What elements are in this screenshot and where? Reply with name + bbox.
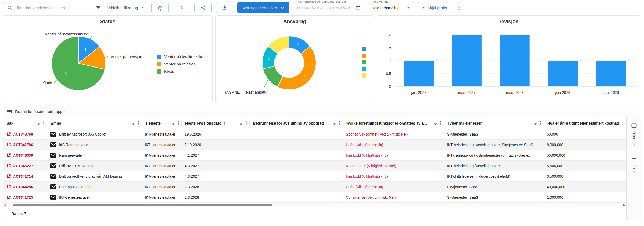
triangle-down-icon (422, 7, 425, 9)
refresh-button[interactable] (151, 2, 169, 13)
scrollbar-thumb[interactable] (13, 204, 272, 206)
column-header-sak[interactable]: Sak (3, 117, 47, 129)
legend-swatch (157, 62, 161, 66)
table-row[interactable]: ACT341714Drift og vedlikehold av vår IAM… (3, 171, 626, 182)
view-select-label: Velg visning (371, 0, 390, 3)
status-chart-title: Status (3, 19, 212, 24)
kebab-icon[interactable] (246, 121, 247, 125)
envelope-icon (50, 142, 56, 147)
case-link[interactable]: ACT341725 (13, 195, 33, 199)
tab-kolonner[interactable]: Kolonner (631, 123, 637, 146)
cell-tjeneste: IKT-tjenesteavtaler (142, 129, 181, 139)
download-button[interactable] (216, 2, 233, 13)
table-row[interactable]: ACT341725IKT-tjenesteavtalerIKT-tjeneste… (3, 192, 626, 203)
cell-emne: Rammeavtale (47, 150, 142, 160)
cell-sak: ACT344286 (3, 182, 47, 192)
row-group-dropzone[interactable]: Dra hit for å sette radgrupper (3, 106, 641, 117)
table-row[interactable]: ACT345227Drift av ITSM løsningIKT-tjenes… (3, 161, 626, 171)
search-filter-group[interactable]: Umiddelbar filtrering (3, 2, 147, 13)
case-link[interactable]: ACT345227 (13, 164, 33, 168)
more-options-button[interactable] (456, 3, 462, 12)
legend-item[interactable]: Kladd (157, 69, 208, 74)
legend-item[interactable] (362, 73, 369, 78)
svg-text:2: 2 (389, 33, 391, 37)
hide-charts-button[interactable]: Skjul grafer (418, 2, 452, 13)
legend-item[interactable] (362, 67, 369, 71)
table-row[interactable]: ACT341786IdS RammeavtaleIKT-tjenesteavta… (3, 140, 626, 150)
status-legend: Venter på kvalitetssikringVenter på revi… (157, 54, 208, 76)
cell-typer-ikt: Skytjenester: SaaS (444, 129, 544, 139)
share-button[interactable] (194, 2, 212, 13)
svg-text:1: 1 (297, 42, 299, 46)
column-header-tjeneste[interactable]: Tjeneste (142, 117, 181, 129)
view-select[interactable]: Velg visning Saksbehandling (368, 2, 413, 13)
cell-arlig-utgift: 5,606,000 (544, 161, 626, 171)
kebab-icon[interactable] (43, 121, 44, 125)
chevron-down-icon (140, 7, 143, 9)
cell-emne: IdS Rammeavtale (47, 140, 142, 150)
external-link-icon (7, 132, 11, 136)
ansvarlig-legend (362, 47, 369, 80)
cell-sak: ACT341786 (3, 140, 47, 150)
case-link[interactable]: ACT341714 (13, 174, 33, 178)
case-link[interactable]: ACT343768 (13, 132, 33, 136)
column-header-emne[interactable]: Emne (47, 117, 142, 129)
legend-swatch (157, 55, 161, 59)
legend-item[interactable] (362, 47, 369, 51)
search-input[interactable] (15, 6, 94, 10)
filter-icon[interactable] (37, 121, 41, 125)
filter-icon[interactable] (333, 121, 336, 125)
filter-icon[interactable] (131, 121, 135, 125)
column-header-begrunnelse[interactable]: Begrunnelse for avslutning av oppdrag (249, 117, 343, 129)
scroll-left-arrow-icon[interactable] (4, 204, 6, 207)
kebab-icon[interactable] (540, 121, 541, 125)
table-row[interactable]: ACT348339RammeavtaleIKT-tjenesteavtaler4… (3, 150, 626, 161)
filter-icon[interactable] (239, 121, 243, 125)
cell-sak: ACT345227 (3, 161, 47, 171)
scroll-right-arrow-icon[interactable] (623, 204, 625, 207)
revisjon-bar-chart: 00.511.52jan. 2027mars 2027mars 2028juni… (379, 25, 640, 101)
column-header-forretningsfunksjoner[interactable]: Hvilke forretningsfunksjoner omfattes av… (343, 117, 444, 129)
view-select-value: Saksbehandling (372, 6, 405, 10)
legend-item[interactable] (362, 54, 369, 58)
case-link[interactable]: ACT348339 (13, 153, 33, 157)
pie-callout-revisjon: Venter på revisjon (111, 54, 142, 59)
calendar-icon[interactable] (356, 5, 361, 10)
cell-arlig-utgift: 50,000 (544, 129, 626, 139)
svg-text:1: 1 (268, 56, 270, 60)
table-row[interactable]: ACT343768Drift av Microsoft 365 CopilotI… (3, 129, 626, 140)
case-link[interactable]: ACT344286 (13, 185, 33, 189)
svg-text:1: 1 (389, 59, 391, 63)
cell-begrunnelse (249, 161, 343, 171)
table-header: Sak Emne Tjeneste Neste revisjonsdato ↑ … (3, 117, 626, 129)
filter-icon[interactable] (434, 121, 438, 125)
legend-item[interactable]: Venter på kvalitetssikring (157, 54, 208, 59)
legend-item[interactable]: Venter på revisjon (157, 62, 208, 66)
horizontal-scrollbar[interactable] (3, 203, 626, 207)
filter-icon[interactable] (533, 121, 537, 125)
column-header-typer-ikt[interactable]: Typer IKT-tjenester (444, 117, 544, 129)
search-icon (7, 5, 12, 10)
date-range-input[interactable] (297, 6, 354, 10)
column-header-neste-revisjonsdato[interactable]: Neste revisjonsdato ↑ (181, 117, 249, 129)
kebab-icon[interactable] (138, 121, 139, 125)
case-link[interactable]: ACT341786 (13, 143, 33, 147)
view-options-button[interactable]: Visningsalternativer (237, 2, 289, 13)
cell-arlig-utgift: 8,000,000 (544, 140, 626, 150)
cell-neste-revisjonsdato: 2.3.2028 (181, 182, 249, 192)
column-header-arlig-utgift[interactable]: Hva er årlig utgift eller estimert kostn… (544, 117, 626, 129)
kebab-icon[interactable] (440, 121, 441, 125)
svg-text:0: 0 (389, 84, 391, 89)
sort-asc-icon[interactable]: ↑ (224, 121, 225, 125)
legend-swatch (362, 60, 366, 64)
table-row[interactable]: ACT344286Endringsavtale utlånIKT-tjenest… (3, 182, 626, 192)
filter-lines-icon (96, 6, 100, 9)
kebab-icon[interactable] (178, 121, 179, 125)
filter-mode-dropdown[interactable]: Umiddelbar filtrering (96, 6, 143, 10)
legend-swatch (362, 47, 366, 51)
kebab-icon[interactable] (339, 121, 340, 125)
tab-filtre[interactable]: Filtre (632, 158, 636, 173)
date-range-field[interactable]: Vis henvendelser opprettet i tidsrom (294, 2, 364, 13)
legend-item[interactable] (362, 60, 369, 64)
filter-icon[interactable] (171, 121, 175, 125)
